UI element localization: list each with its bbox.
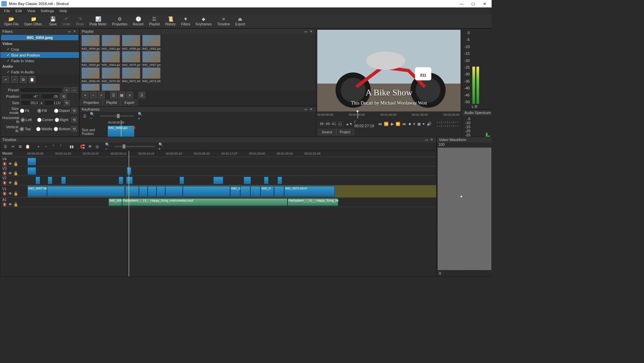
vfit-radio-top[interactable]: Top — [20, 127, 35, 131]
split-icon[interactable]: ▮▮ — [69, 143, 75, 150]
mute-icon[interactable]: 🔇 — [2, 181, 7, 185]
playlist-item[interactable]: IMG_0067.jpeg — [142, 51, 161, 67]
overwrite-icon[interactable]: ˅ — [58, 143, 64, 150]
timeline-playhead[interactable] — [129, 151, 129, 276]
keyframes-button[interactable]: ◆Keyframes — [193, 16, 215, 27]
undock-icon[interactable]: ▭ — [67, 29, 72, 34]
tab-source[interactable]: Source — [318, 129, 336, 135]
forward-icon[interactable]: ⏩ — [396, 121, 400, 127]
track-head-v2[interactable]: V2🔇👁🔓 — [0, 176, 27, 185]
append-icon[interactable]: + — [35, 143, 42, 150]
history-button[interactable]: 📜History — [163, 16, 178, 27]
undock-icon[interactable]: ▭ — [303, 29, 308, 34]
timeline-clip[interactable] — [126, 177, 133, 184]
view-tiles-button[interactable]: ▦ — [118, 92, 125, 98]
playlist-item[interactable]: IMG_0073.jpeg — [81, 84, 100, 91]
track-v4[interactable] — [27, 157, 436, 166]
close-icon[interactable]: ✕ — [429, 137, 434, 142]
eye-icon[interactable]: 👁 — [8, 191, 12, 196]
ripple-icon[interactable]: ◎ — [94, 143, 100, 150]
timeline-clip[interactable] — [244, 177, 251, 184]
peak-meter-button[interactable]: 📊Peak Meter — [87, 16, 109, 27]
size-reset-button[interactable]: ⟲ — [64, 100, 70, 106]
track-head-v4[interactable]: V4🔇👁🔓 — [0, 157, 27, 166]
skip-start-icon[interactable]: ⏮ — [378, 121, 382, 127]
timeline-clip[interactable] — [125, 186, 139, 197]
hfit-radio-reset-button[interactable]: ⟲ — [71, 117, 77, 122]
playlist-item[interactable]: IMG_0064.jpeg — [101, 51, 120, 67]
size-h-input[interactable] — [44, 100, 63, 106]
filter-item[interactable]: ✓Fade In Video — [0, 58, 79, 64]
check-item-button[interactable]: ✓ — [98, 92, 105, 98]
track-head-v3[interactable]: V3🔇👁🔓 — [0, 166, 27, 176]
playlist-item[interactable]: IMG_0063.jpeg — [81, 51, 100, 67]
close-icon[interactable]: ✕ — [72, 29, 77, 34]
hfit-radio-center[interactable]: Center — [37, 118, 53, 122]
properties-button[interactable]: ⚙Properties — [109, 16, 130, 27]
timeline-clip[interactable] — [179, 177, 184, 184]
minimize-button[interactable]: — — [456, 0, 467, 7]
size-mode-radio-reset-button[interactable]: ⟲ — [71, 108, 77, 113]
filter-item[interactable]: ✓Crop — [0, 46, 79, 52]
timeline-clip[interactable]: IMG_0 — [261, 186, 274, 197]
timeline-clip[interactable] — [274, 186, 284, 197]
track-head-v1[interactable]: V1🔇👁🔓 — [0, 185, 27, 198]
timeline-master[interactable]: Master — [0, 151, 27, 157]
hfit-radio-right[interactable]: Right — [55, 118, 70, 122]
grid-icon[interactable]: ▦ — [417, 121, 421, 127]
position-y-input[interactable] — [41, 94, 59, 99]
volume-icon[interactable]: 🔊 — [427, 121, 431, 127]
tab-project[interactable]: Project — [336, 129, 354, 135]
timeline-clip[interactable]: IMG_0057.MOV — [27, 186, 47, 197]
timecode-current[interactable]: 00:00:41:11 — [318, 121, 344, 127]
menu-help[interactable]: Help — [57, 8, 70, 14]
size-mode-radio-fit[interactable]: Fit — [20, 109, 35, 113]
timeline-clip[interactable] — [139, 186, 148, 197]
timeline-clip[interactable] — [119, 177, 123, 184]
kf-menu-button[interactable]: ☰ — [82, 113, 88, 119]
preset-combo[interactable] — [20, 87, 63, 93]
position-reset-button[interactable]: ⟲ — [60, 94, 67, 99]
playlist-item[interactable]: IMG_0062.jpeg — [142, 35, 161, 50]
copy-icon[interactable]: ⧉ — [17, 143, 23, 150]
timeline-clip[interactable] — [61, 177, 66, 184]
tl-zoom-slider[interactable] — [115, 146, 155, 147]
open-file-button[interactable]: 📂Open File — [1, 16, 21, 27]
playlist-item[interactable]: IMG_0070.MOV — [101, 67, 120, 83]
playlist-item[interactable]: IMG_0066.MOV — [81, 67, 100, 83]
filters-button[interactable]: ▼Filters — [178, 16, 193, 27]
kf-zoom-slider[interactable] — [100, 115, 134, 117]
playlist-item[interactable]: IMG_0071.MOV — [122, 67, 141, 83]
filter-item[interactable]: ✓Fade In Audio — [0, 69, 79, 75]
timeline-clip[interactable] — [27, 167, 36, 175]
preset-remove-button[interactable]: − — [71, 87, 77, 93]
lock-icon[interactable]: 🔓 — [14, 171, 18, 176]
timeline-button[interactable]: ≡Timeline — [215, 16, 232, 27]
stop-icon[interactable]: ■ — [408, 121, 411, 127]
size-mode-radio-fill[interactable]: Fill — [37, 109, 53, 113]
maximize-button[interactable]: ▢ — [467, 0, 479, 7]
copy-filters-button[interactable]: ⧉ — [20, 76, 27, 83]
timeline-clip[interactable] — [48, 177, 52, 184]
save-button[interactable]: 💾Save — [46, 16, 60, 27]
preset-add-button[interactable]: + — [64, 87, 70, 93]
preview-viewer[interactable]: 211 A Bike Show This Ducati by Michael W… — [317, 30, 461, 111]
timeline-clip[interactable]: IMG_0057.MO — [108, 198, 122, 206]
eye-icon[interactable]: 👁 — [8, 181, 12, 185]
timeline-clip[interactable] — [47, 186, 125, 197]
scrub-icon[interactable]: 👁 — [87, 143, 93, 150]
close-button[interactable]: ✕ — [479, 0, 490, 7]
eye-icon[interactable]: 👁 — [8, 171, 12, 176]
playlist-item[interactable]: IMG_0061.jpeg — [101, 35, 120, 50]
zoom-in-icon[interactable]: 🔍+ — [138, 113, 144, 119]
timeline-clip[interactable] — [165, 186, 183, 197]
zoom-out-icon[interactable]: 🔍− — [105, 143, 111, 150]
mute-icon[interactable]: 🔇 — [2, 171, 7, 176]
undock-icon[interactable]: ▭ — [424, 137, 429, 142]
timeline-clip[interactable]: Pachyderm_-_13_-_Happy_Song_instrumental… — [288, 198, 338, 206]
vfit-radio-middle[interactable]: Middle — [36, 127, 52, 131]
zoom-out-icon[interactable]: 🔍− — [90, 113, 96, 119]
close-icon[interactable]: ✕ — [309, 29, 314, 34]
timeline-clip[interactable]: IMG_0 — [230, 186, 240, 197]
hfit-radio-left[interactable]: Left — [21, 118, 36, 122]
